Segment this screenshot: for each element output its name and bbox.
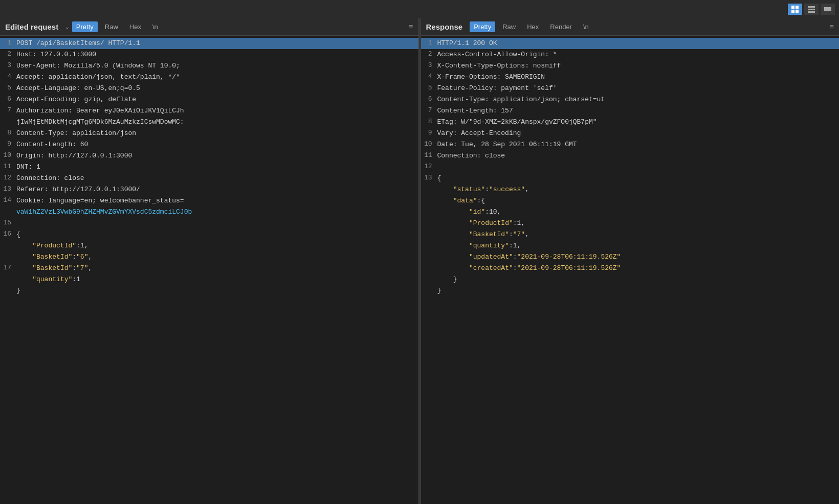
request-line-13: 13 Referer: http://127.0.0.1:3000/	[0, 184, 418, 195]
response-line-3: 3 X-Content-Type-Options: nosniff	[421, 60, 840, 72]
svg-rect-0	[791, 6, 794, 9]
request-json-close: }	[0, 285, 418, 296]
request-menu-icon[interactable]: ≡	[409, 23, 413, 31]
view-grid-button[interactable]	[788, 4, 802, 15]
request-panel: Edited request ⌄ Pretty Raw Hex \n ≡ 1 P…	[0, 18, 419, 504]
tab-response-pretty[interactable]: Pretty	[470, 21, 495, 32]
response-json-status: "status":"success",	[421, 184, 840, 195]
response-line-13: 13 {	[421, 173, 840, 184]
response-json-inner-close: }	[421, 274, 840, 285]
response-line-10: 10 Date: Tue, 28 Sep 2021 06:11:19 GMT	[421, 139, 840, 150]
response-panel-content[interactable]: 1 HTTP/1.1 200 OK 2 Access-Control-Allow…	[421, 36, 840, 504]
request-json-basketid6: "BasketId":"6",	[0, 251, 418, 263]
svg-rect-2	[791, 10, 794, 13]
request-line-11: 11 DNT: 1	[0, 162, 418, 173]
request-panel-header: Edited request ⌄ Pretty Raw Hex \n ≡	[0, 18, 418, 36]
request-panel-content[interactable]: 1 POST /api/BasketItems/ HTTP/1.1 2 Host…	[0, 36, 418, 504]
request-line-9: 9 Content-Length: 60	[0, 139, 418, 150]
request-json-productid: "ProductId":1,	[0, 240, 418, 251]
tab-response-raw[interactable]: Raw	[498, 21, 520, 32]
request-line-10: 10 Origin: http://127.0.0.1:3000	[0, 150, 418, 162]
request-dropdown-arrow[interactable]: ⌄	[65, 24, 69, 30]
response-line-1: 1 HTTP/1.1 200 OK	[421, 38, 840, 49]
request-line-2: 2 Host: 127.0.0.1:3000	[0, 49, 418, 60]
request-line-8: 8 Content-Type: application/json	[0, 128, 418, 139]
svg-rect-4	[808, 6, 815, 8]
response-json-outer-close: }	[421, 285, 840, 296]
request-line-12: 12 Connection: close	[0, 173, 418, 184]
request-line-16: 16 {	[0, 229, 418, 240]
request-line-7b: jIwMjEtMDktMjcgMTg6MDk6MzAuMzkzICswMDowM…	[0, 117, 418, 128]
view-list-button[interactable]	[804, 4, 819, 15]
response-line-5: 5 Feature-Policy: payment 'self'	[421, 83, 840, 94]
request-line-17: 17 "BasketId":"7",	[0, 263, 418, 274]
request-line-4: 4 Accept: application/json, text/plain, …	[0, 72, 418, 83]
response-line-2: 2 Access-Control-Allow-Origin: *	[421, 49, 840, 60]
tab-request-raw[interactable]: Raw	[101, 21, 122, 32]
tab-response-hex[interactable]: Hex	[523, 21, 543, 32]
panels: Edited request ⌄ Pretty Raw Hex \n ≡ 1 P…	[0, 18, 839, 504]
response-json-data: "data":{	[421, 195, 840, 207]
request-line-15: 15	[0, 218, 418, 229]
svg-rect-7	[824, 7, 831, 11]
response-json-quantity: "quantity":1,	[421, 240, 840, 251]
response-json-basketid: "BasketId":"7",	[421, 229, 840, 240]
response-panel-header: Response Pretty Raw Hex Render \n ≡	[421, 18, 840, 36]
request-line-3: 3 User-Agent: Mozilla/5.0 (Windows NT 10…	[0, 60, 418, 72]
svg-rect-3	[796, 10, 799, 13]
response-json-createdat: "createdAt":"2021-09-28T06:11:19.526Z"	[421, 263, 840, 274]
request-line-5: 5 Accept-Language: en-US,en;q=0.5	[0, 83, 418, 94]
response-menu-icon[interactable]: ≡	[830, 23, 834, 31]
view-single-button[interactable]	[821, 4, 835, 15]
tab-request-pretty[interactable]: Pretty	[72, 21, 98, 32]
response-panel: Response Pretty Raw Hex Render \n ≡ 1 HT…	[421, 18, 840, 504]
response-line-4: 4 X-Frame-Options: SAMEORIGIN	[421, 72, 840, 83]
request-panel-title: Edited request	[5, 22, 58, 31]
response-line-11: 11 Connection: close	[421, 150, 840, 162]
top-toolbar	[0, 0, 839, 18]
request-line-6: 6 Accept-Encoding: gzip, deflate	[0, 94, 418, 105]
tab-response-render[interactable]: Render	[546, 21, 576, 32]
response-line-6: 6 Content-Type: application/json; charse…	[421, 94, 840, 105]
svg-rect-5	[808, 9, 815, 10]
tab-response-newline[interactable]: \n	[579, 21, 593, 32]
request-json-quantity: "quantity":1	[0, 274, 418, 285]
tab-request-hex[interactable]: Hex	[125, 21, 145, 32]
response-line-8: 8 ETag: W/"9d-XMZ+2kKB/Anspx/gvZFO0jQB7p…	[421, 117, 840, 128]
response-line-12: 12	[421, 162, 840, 173]
request-line-7a: 7 Authorization: Bearer eyJ0eXAiOiJKV1Qi…	[0, 105, 418, 117]
request-line-14a: 14 Cookie: language=en; welcomebanner_st…	[0, 195, 418, 207]
response-panel-title: Response	[426, 22, 463, 31]
response-json-updatedat: "updatedAt":"2021-09-28T06:11:19.526Z"	[421, 251, 840, 263]
response-line-7: 7 Content-Length: 157	[421, 105, 840, 117]
response-line-9: 9 Vary: Accept-Encoding	[421, 128, 840, 139]
request-line-14b: vaW1hZ2VzL3VwbG9hZHZHMvZGVmYXVsdC5zdmciL…	[0, 207, 418, 218]
svg-rect-1	[796, 6, 799, 9]
tab-request-newline[interactable]: \n	[148, 21, 162, 32]
request-line-1: 1 POST /api/BasketItems/ HTTP/1.1	[0, 38, 418, 49]
svg-rect-6	[808, 11, 815, 13]
response-json-id: "id":10,	[421, 207, 840, 218]
response-json-productid: "ProductId":1,	[421, 218, 840, 229]
